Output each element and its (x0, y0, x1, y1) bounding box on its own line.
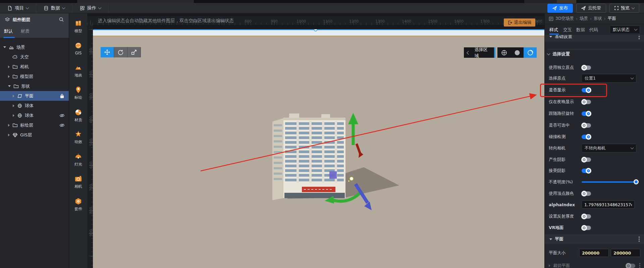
toggle-off[interactable] (582, 191, 591, 196)
tool-light[interactable]: 灯光 (69, 153, 88, 167)
toggle-off[interactable] (626, 264, 635, 268)
expander-right-icon[interactable] (8, 75, 10, 78)
tree-item-plot-layer[interactable]: 标绘层 (0, 120, 69, 130)
expander-right-icon[interactable] (13, 104, 14, 107)
toggle-on[interactable] (582, 88, 591, 92)
inspector-panel: 3D空场景› 场景› 形状› 平面 样式 交互 数据 代码 默认状态 基础设置 … (544, 13, 644, 268)
section-basic-settings[interactable]: 基础设置 (545, 35, 644, 41)
eye-off-icon[interactable] (59, 113, 65, 118)
menu-data[interactable]: 数据 (36, 3, 72, 13)
paper-plane-icon (552, 6, 557, 10)
toggle-on[interactable] (582, 111, 591, 116)
face-camera-select[interactable]: 不转向相机 (582, 144, 636, 152)
plane-width-input[interactable] (579, 249, 609, 257)
tree-item-camera-group[interactable]: 相机 (0, 62, 69, 72)
expander-down-icon[interactable] (8, 85, 11, 87)
toggle-off[interactable] (582, 100, 591, 104)
tree-item-scene[interactable]: 场景 (0, 42, 69, 52)
tool-animation[interactable]: 动效 (69, 130, 88, 144)
resource-toolbox: 模型 GIS 地表 标绘 材质 动效 灯光 相机 套件 (69, 13, 87, 268)
toggle-off[interactable] (582, 123, 591, 128)
menu-operate[interactable]: 操作 (72, 3, 109, 13)
kebab-menu-icon[interactable] (639, 263, 641, 268)
expander-right-icon[interactable] (8, 124, 10, 127)
tree-item-sphere-2[interactable]: 球体 (0, 110, 69, 120)
select-region-button[interactable]: 选择区域 (464, 47, 495, 58)
tool-model[interactable]: 模型 (69, 19, 88, 34)
expander-right-icon[interactable] (549, 264, 550, 267)
origin-select[interactable]: 位置1 (582, 74, 636, 83)
cloud-hosting-button[interactable]: 云托管 (576, 4, 606, 13)
tree-item-gis-layer[interactable]: GIS层 (0, 130, 69, 140)
exit-edit-button[interactable]: 退出编辑 (504, 18, 535, 27)
solid-mode-button[interactable] (511, 47, 524, 58)
breadcrumb-item[interactable]: 场景 (580, 16, 588, 21)
rotate-icon (118, 49, 123, 55)
expander-right-icon[interactable] (8, 134, 10, 136)
breadcrumb-item[interactable]: 形状 (594, 16, 602, 21)
tool-terrain[interactable]: 地表 (69, 64, 88, 78)
tree-item-shapes[interactable]: 形状 (0, 81, 69, 91)
toggle-on[interactable] (582, 169, 591, 173)
expander-down-icon (549, 238, 552, 240)
row-independent-origin: 使用独立原点 (549, 63, 640, 72)
expander-right-icon[interactable] (8, 65, 10, 68)
tree-item-sphere-1[interactable]: 球体 (0, 101, 69, 110)
tab-interaction[interactable]: 交互 (563, 27, 572, 33)
section-select-settings[interactable]: 选择设置 (547, 49, 641, 58)
state-selector[interactable]: 默认状态 (610, 26, 640, 34)
tree-item-sky[interactable]: 天空 (0, 52, 69, 62)
move-tool-button[interactable] (101, 47, 114, 57)
tab-default[interactable]: 默认 (4, 28, 13, 34)
toggle-off[interactable] (582, 226, 591, 230)
selection-handle[interactable] (314, 29, 317, 31)
section-plane[interactable]: 平面 (545, 234, 644, 244)
kebab-menu-icon[interactable] (639, 35, 640, 39)
gizmo-plane-handle[interactable] (329, 171, 337, 179)
row-clip-plane[interactable]: 裁切平面 (549, 261, 640, 268)
plane-height-input[interactable] (611, 249, 640, 257)
lock-icon[interactable] (59, 93, 65, 99)
rotate-tool-button[interactable] (114, 47, 127, 57)
tool-plot[interactable]: 标绘 (69, 86, 88, 100)
scene-3d-view[interactable] (87, 29, 544, 268)
menu-project[interactable]: 项目 (0, 3, 36, 13)
vertical-ruler: 100 200 300 400 500 600 700 800 900 (87, 25, 93, 268)
tool-kit[interactable]: 套件 (69, 197, 88, 212)
breadcrumb-item[interactable]: 3D空场景 (555, 16, 574, 21)
scale-icon (131, 49, 137, 55)
tab-material[interactable]: 材质 (21, 28, 30, 34)
row-plane-size: 平面大小 (549, 249, 640, 257)
building-model[interactable] (272, 114, 345, 200)
arc-mode-button[interactable] (524, 47, 537, 58)
light-icon (74, 153, 82, 161)
expander-right-icon[interactable] (13, 95, 14, 97)
publish-button[interactable]: 发布 (547, 4, 573, 13)
tab-code[interactable]: 代码 (589, 27, 598, 33)
alpha-index-input[interactable] (582, 200, 635, 209)
tool-gis[interactable]: GIS (69, 42, 88, 55)
tool-material[interactable]: 材质 (69, 108, 88, 123)
expander-right-icon[interactable] (13, 114, 14, 117)
gizmo-center[interactable] (350, 177, 353, 180)
ruler-label: 400 (89, 116, 93, 123)
slider-handle[interactable] (634, 179, 639, 184)
kebab-menu-icon[interactable] (639, 236, 640, 242)
toggle-off[interactable] (582, 214, 591, 219)
scale-tool-button[interactable] (127, 47, 141, 57)
toggle-on[interactable] (582, 135, 591, 139)
opacity-slider[interactable] (582, 181, 636, 183)
tab-style[interactable]: 样式 (549, 27, 558, 33)
eye-off-icon[interactable] (59, 123, 65, 128)
preview-button[interactable]: 预览 (609, 4, 639, 13)
viewport-canvas[interactable]: 600 700 800 900 1000 1100 1200 1300 1400… (87, 13, 544, 268)
expander-down-icon[interactable] (3, 46, 6, 48)
tab-data[interactable]: 数据 (576, 27, 585, 33)
toggle-off[interactable] (582, 158, 591, 162)
toggle-off[interactable] (582, 65, 591, 70)
tree-item-model-layer[interactable]: 模型层 (0, 72, 69, 81)
globe-mode-button[interactable] (497, 47, 511, 58)
tree-item-plane[interactable]: 平面 (0, 91, 69, 101)
tool-camera[interactable]: 相机 (69, 175, 88, 189)
search-icon[interactable] (59, 17, 64, 22)
